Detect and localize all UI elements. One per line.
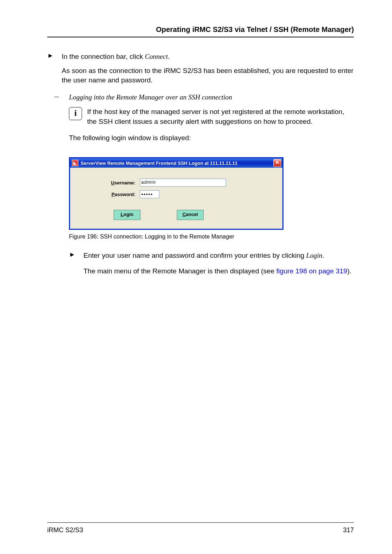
- connect-term: Connect: [145, 53, 168, 60]
- step-text: In the connection bar, click Connect. As…: [62, 52, 354, 85]
- triangle-bullet-icon: ►: [47, 52, 62, 85]
- dialog-body: Username: admin Password: ●●●●● Login Ca…: [70, 168, 282, 229]
- subheading: Logging into the Remote Manager over an …: [69, 93, 354, 102]
- password-label: Password:: [81, 192, 140, 197]
- password-row: Password: ●●●●●: [81, 190, 271, 198]
- text: .: [168, 53, 170, 60]
- subsection: – Logging into the Remote Manager over a…: [54, 93, 354, 102]
- paragraph: As soon as the connection to the iRMC S2…: [62, 67, 354, 84]
- dialog-title: ServerView Remote Management Frontend SS…: [81, 160, 273, 166]
- info-icon: i: [69, 107, 82, 120]
- login-button[interactable]: Login: [114, 210, 140, 220]
- text: ).: [347, 267, 352, 275]
- dash-bullet-icon: –: [54, 93, 69, 102]
- dialog-title-bar: ServerView Remote Management Frontend SS…: [70, 158, 282, 168]
- password-input[interactable]: ●●●●●: [140, 190, 159, 198]
- figure-login-window: ServerView Remote Management Frontend SS…: [69, 157, 354, 240]
- info-note: i If the host key of the managed server …: [69, 107, 354, 126]
- username-row: Username: admin: [81, 179, 271, 187]
- text: In the connection bar, click: [62, 53, 145, 60]
- info-text: If the host key of the managed server is…: [87, 107, 354, 126]
- document-page: Operating iRMC S2/S3 via Telnet / SSH (R…: [0, 0, 392, 554]
- username-input[interactable]: admin: [140, 179, 226, 187]
- cancel-button[interactable]: Cancel: [177, 210, 204, 220]
- text: .: [322, 252, 324, 259]
- page-number: 317: [343, 526, 354, 534]
- app-icon: [72, 160, 78, 166]
- figure-caption: Figure 196: SSH connection: Logging in t…: [69, 233, 354, 240]
- paragraph: The following login window is displayed:: [69, 133, 354, 143]
- step-enter-credentials: ► Enter your user name and password and …: [69, 251, 354, 276]
- login-term: Login: [306, 252, 322, 259]
- figure-link[interactable]: figure 198 on page 319: [276, 267, 347, 275]
- page-header: Operating iRMC S2/S3 via Telnet / SSH (R…: [47, 25, 354, 37]
- ssh-login-dialog: ServerView Remote Management Frontend SS…: [69, 157, 283, 230]
- step-connect: ► In the connection bar, click Connect. …: [47, 52, 354, 85]
- close-button[interactable]: ✕: [273, 159, 281, 167]
- footer-left: iRMC S2/S3: [47, 526, 83, 534]
- text: Enter your user name and password and co…: [83, 252, 306, 259]
- username-label: Username:: [81, 180, 140, 186]
- dialog-actions: Login Cancel: [114, 210, 271, 220]
- triangle-bullet-icon: ►: [69, 251, 83, 276]
- page-footer: iRMC S2/S3 317: [47, 522, 354, 534]
- step-text: Enter your user name and password and co…: [83, 251, 354, 276]
- text: The main menu of the Remote Manager is t…: [83, 267, 276, 275]
